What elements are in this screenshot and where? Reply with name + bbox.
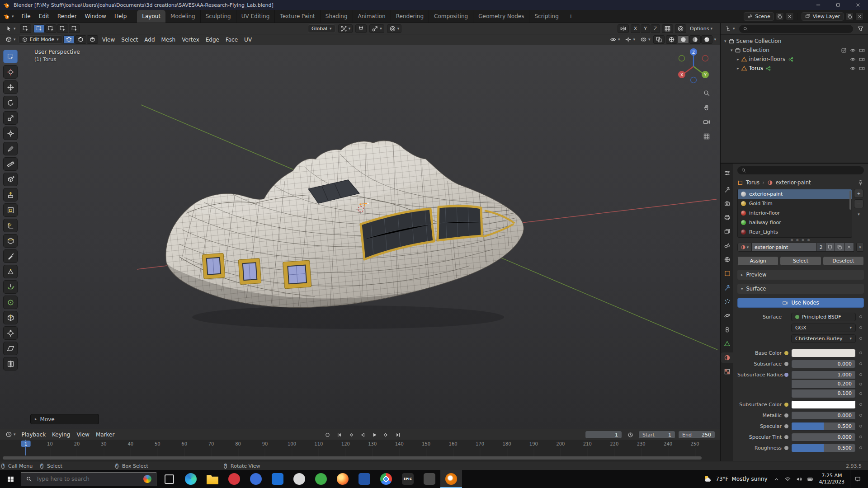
taskbar-app[interactable] bbox=[310, 470, 332, 488]
active-tool-dropdown[interactable]: ▾ bbox=[4, 24, 18, 33]
zoom-button[interactable] bbox=[701, 88, 712, 99]
material-slot[interactable]: Rear_Lights bbox=[738, 227, 852, 237]
disable-render-toggle[interactable] bbox=[858, 47, 865, 54]
pin-icon[interactable] bbox=[857, 179, 864, 186]
outliner-filter-button[interactable] bbox=[855, 24, 866, 33]
play-button[interactable] bbox=[369, 431, 380, 439]
tool-bevel[interactable] bbox=[3, 219, 18, 232]
decorator-icon[interactable] bbox=[858, 362, 864, 365]
current-frame-badge[interactable]: 1 bbox=[21, 441, 31, 447]
tab-material[interactable] bbox=[721, 352, 733, 363]
action-center-button[interactable] bbox=[850, 470, 865, 488]
viewport-menu-item[interactable]: Face bbox=[222, 37, 241, 43]
taskbar-app[interactable] bbox=[223, 470, 245, 488]
expand-icon[interactable]: ▾ bbox=[724, 39, 726, 43]
taskbar-app[interactable] bbox=[354, 470, 375, 488]
select-intersect-button[interactable] bbox=[69, 24, 80, 33]
mirror-axis-button[interactable]: Y bbox=[641, 24, 650, 33]
property-field[interactable]: 0.500 bbox=[791, 422, 856, 431]
expand-icon[interactable]: ▸ bbox=[737, 57, 739, 61]
mirror-axis-button[interactable]: X bbox=[631, 24, 640, 33]
exclude-checkbox[interactable] bbox=[840, 47, 847, 54]
menu-item[interactable]: Edit bbox=[35, 10, 53, 23]
tool-move[interactable] bbox=[3, 80, 18, 94]
xray-toggle[interactable] bbox=[653, 35, 665, 44]
tab-particles[interactable] bbox=[721, 296, 733, 307]
play-reverse-button[interactable] bbox=[357, 431, 368, 439]
close-button[interactable] bbox=[848, 0, 868, 10]
tab-object-data[interactable] bbox=[721, 338, 733, 349]
slot-specials-dropdown[interactable]: ▾ bbox=[854, 210, 863, 219]
menu-item[interactable]: Render bbox=[53, 10, 81, 23]
next-keyframe-button[interactable] bbox=[381, 431, 392, 439]
jump-to-start-button[interactable] bbox=[334, 431, 344, 439]
tool-select-box[interactable] bbox=[3, 50, 18, 63]
tool-knife[interactable] bbox=[3, 249, 18, 263]
workspace-tab[interactable]: Sculpting bbox=[201, 10, 236, 23]
start-button[interactable] bbox=[0, 470, 21, 488]
expand-icon[interactable]: ▸ bbox=[737, 66, 739, 70]
workspace-tab[interactable]: Rendering bbox=[391, 10, 429, 23]
decorator-icon[interactable] bbox=[858, 352, 864, 354]
property-field[interactable]: 1.000 bbox=[791, 371, 856, 379]
taskbar-app[interactable]: EPIC bbox=[397, 470, 419, 488]
decorator-icon[interactable] bbox=[858, 392, 864, 395]
timeline-ruler[interactable]: 1020304050607080901001101201301401501601… bbox=[0, 440, 720, 461]
properties-search[interactable] bbox=[737, 166, 864, 174]
hidden-icons-button[interactable] bbox=[773, 476, 780, 483]
timeline-menu-item[interactable]: Playback bbox=[19, 432, 49, 438]
add-slot-button[interactable]: ＋ bbox=[854, 189, 863, 198]
outliner-row[interactable]: ▾ Scene Collection bbox=[721, 37, 868, 46]
face-select-button[interactable] bbox=[87, 35, 98, 44]
proportional-falloff-button[interactable] bbox=[675, 24, 686, 33]
tool-inset-faces[interactable] bbox=[3, 203, 18, 217]
timeline-menu-item[interactable]: View bbox=[73, 432, 92, 438]
decorator-icon[interactable] bbox=[858, 337, 864, 340]
tab-physics[interactable] bbox=[721, 310, 733, 321]
workspace-tab[interactable]: Scripting bbox=[529, 10, 564, 23]
menu-item[interactable]: Window bbox=[81, 10, 110, 23]
gizmos-dropdown[interactable]: ▾ bbox=[623, 35, 637, 44]
scene-selector[interactable]: Scene bbox=[744, 12, 774, 21]
auto-key-button[interactable] bbox=[322, 431, 333, 439]
disable-render-toggle[interactable] bbox=[858, 65, 865, 72]
tool-loop-cut[interactable] bbox=[3, 234, 18, 248]
tool-scale[interactable] bbox=[3, 111, 18, 125]
outliner-row[interactable]: ▸ interior-floors bbox=[721, 55, 868, 64]
current-frame-field[interactable]: 1 bbox=[585, 431, 622, 439]
breadcrumb-object[interactable]: Torus bbox=[746, 179, 760, 186]
property-field[interactable]: 0.500 bbox=[791, 444, 856, 452]
timeline-scrollbar[interactable] bbox=[3, 456, 702, 460]
mode-dropdown[interactable]: Edit Mode ▾ bbox=[19, 35, 62, 44]
tool-shrink-flatten[interactable] bbox=[3, 326, 18, 340]
tab-scene[interactable] bbox=[721, 240, 733, 251]
material-slot[interactable]: Gold-Trim bbox=[738, 199, 852, 208]
model-flying-lab[interactable] bbox=[136, 127, 552, 325]
volume-icon[interactable] bbox=[796, 476, 802, 483]
menu-item[interactable]: File bbox=[18, 10, 35, 23]
timeline-menu-item[interactable]: Keying bbox=[49, 432, 73, 438]
add-workspace-button[interactable]: + bbox=[564, 10, 578, 23]
viewport-3d[interactable]: User Perspective (1) Torus X Y Z bbox=[0, 45, 720, 429]
viewport-menu-item[interactable]: View bbox=[99, 37, 118, 43]
tool-cursor[interactable] bbox=[3, 65, 18, 79]
menu-item[interactable]: Help bbox=[110, 10, 131, 23]
shading-rendered-button[interactable] bbox=[701, 35, 712, 44]
action-button[interactable]: Deselect bbox=[823, 256, 864, 266]
workspace-tab[interactable]: Layout bbox=[137, 10, 165, 23]
viewport-menu-item[interactable]: Edge bbox=[203, 37, 222, 43]
unlink-material-button[interactable] bbox=[844, 243, 854, 252]
property-field[interactable]: 0.100 bbox=[791, 389, 856, 398]
disable-render-toggle[interactable] bbox=[858, 56, 865, 63]
ortho-toggle-button[interactable] bbox=[701, 131, 712, 142]
browse-material-dropdown[interactable]: ▾ bbox=[737, 243, 752, 252]
new-material-button[interactable] bbox=[835, 243, 844, 252]
overlays-dropdown[interactable]: ▾ bbox=[638, 35, 652, 44]
preview-section-header[interactable]: ▸ Preview bbox=[737, 270, 864, 280]
tab-output[interactable] bbox=[721, 212, 733, 223]
property-field[interactable]: 0.000 bbox=[791, 433, 856, 441]
taskbar-app[interactable] bbox=[180, 470, 202, 488]
delete-scene-button[interactable] bbox=[786, 12, 794, 20]
edge-select-button[interactable] bbox=[75, 35, 86, 44]
jump-to-end-button[interactable] bbox=[392, 431, 403, 439]
